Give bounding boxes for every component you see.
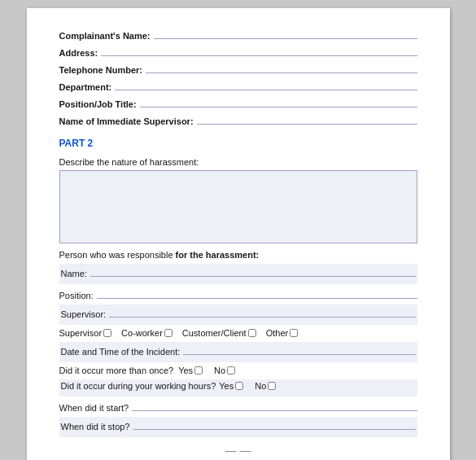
coworker-checkbox-group: Co-worker bbox=[121, 328, 174, 338]
complainants-name-label: Complainant's Name: bbox=[59, 31, 151, 41]
describe-label: Describe the nature of harassment: bbox=[59, 157, 417, 167]
complainants-name-row: Complainant's Name: bbox=[59, 28, 417, 41]
department-input[interactable] bbox=[115, 79, 417, 90]
position2-row: Position: bbox=[59, 287, 417, 300]
supervisor2-row: Supervisor: bbox=[59, 304, 417, 325]
yes1-checkbox[interactable] bbox=[194, 366, 203, 375]
working-hours-row: Did it occur during your working hours? … bbox=[59, 379, 417, 396]
coworker-checkbox[interactable] bbox=[164, 329, 172, 337]
no1-group: No bbox=[214, 366, 237, 375]
other-checkbox-group: Other bbox=[266, 328, 300, 338]
yes2-label: Yes bbox=[219, 381, 234, 391]
yes1-label: Yes bbox=[178, 366, 193, 375]
no2-group: No bbox=[255, 381, 277, 391]
telephone-label: Telephone Number: bbox=[59, 65, 142, 75]
part2-heading: PART 2 bbox=[59, 138, 417, 149]
supervisor-checkbox[interactable] bbox=[103, 329, 111, 337]
describe-textarea[interactable] bbox=[59, 170, 417, 243]
yes2-checkbox[interactable] bbox=[235, 382, 243, 390]
name-row: Name: bbox=[59, 264, 417, 284]
when-start-label: When did it start? bbox=[59, 403, 129, 413]
telephone-input[interactable] bbox=[146, 62, 417, 73]
name-input[interactable] bbox=[90, 265, 416, 277]
when-start-row: When did it start? bbox=[59, 400, 417, 413]
supervisor2-label: Supervisor: bbox=[61, 309, 107, 319]
no1-checkbox[interactable] bbox=[227, 366, 235, 375]
supervisor2-input[interactable] bbox=[109, 306, 415, 318]
responsible-heading: Person who was responsible for the haras… bbox=[59, 250, 417, 260]
date-time-label: Date and Time of the Incident: bbox=[61, 347, 181, 357]
coworker-checkbox-label: Co-worker bbox=[121, 328, 163, 338]
department-row: Department: bbox=[59, 79, 417, 92]
yes1-group: Yes bbox=[178, 366, 204, 375]
customer-checkbox-group: Customer/Client bbox=[182, 328, 258, 338]
when-start-input[interactable] bbox=[132, 400, 417, 411]
when-stop-input[interactable] bbox=[133, 418, 416, 430]
supervisor-checkbox-label: Supervisor bbox=[59, 328, 103, 338]
no1-label: No bbox=[214, 366, 225, 375]
other-checkbox-label: Other bbox=[266, 328, 289, 338]
supervisor-name-input[interactable] bbox=[197, 113, 417, 125]
supervisor-name-row: Name of Immediate Supervisor: bbox=[59, 113, 417, 126]
date-time-input[interactable] bbox=[183, 344, 415, 355]
no2-label: No bbox=[255, 381, 266, 391]
department-label: Department: bbox=[59, 82, 112, 92]
position2-label: Position: bbox=[59, 291, 94, 300]
working-hours-label: Did it occur during your working hours? bbox=[61, 381, 216, 391]
address-row: Address: bbox=[59, 45, 417, 58]
address-label: Address: bbox=[59, 48, 98, 58]
complainants-name-input[interactable] bbox=[154, 28, 417, 39]
occur-more-row: Did it occur more than once? Yes No bbox=[59, 366, 417, 375]
telephone-row: Telephone Number: bbox=[59, 62, 417, 75]
customer-checkbox-label: Customer/Client bbox=[182, 328, 247, 338]
position2-input[interactable] bbox=[97, 287, 417, 299]
yes2-group: Yes bbox=[219, 381, 245, 391]
occur-more-label: Did it occur more than once? bbox=[59, 366, 174, 375]
address-input[interactable] bbox=[101, 45, 417, 56]
role-checkbox-row: Supervisor Co-worker Customer/Client Oth… bbox=[59, 328, 417, 338]
no2-checkbox[interactable] bbox=[268, 382, 276, 390]
form-page: Complainant's Name: Address: Telephone N… bbox=[27, 8, 450, 460]
when-stop-row: When did it stop? bbox=[59, 417, 417, 437]
position-input[interactable] bbox=[140, 96, 417, 107]
date-time-row: Date and Time of the Incident: bbox=[59, 342, 417, 362]
name-label: Name: bbox=[61, 269, 87, 278]
position-row: Position/Job Title: bbox=[59, 96, 417, 109]
position-label: Position/Job Title: bbox=[59, 99, 137, 109]
customer-checkbox[interactable] bbox=[248, 329, 256, 337]
supervisor-checkbox-group: Supervisor bbox=[59, 328, 114, 338]
other-checkbox[interactable] bbox=[290, 329, 298, 337]
pagination: — — bbox=[59, 444, 417, 457]
supervisor-name-label: Name of Immediate Supervisor: bbox=[59, 116, 194, 126]
when-stop-label: When did it stop? bbox=[61, 422, 130, 432]
